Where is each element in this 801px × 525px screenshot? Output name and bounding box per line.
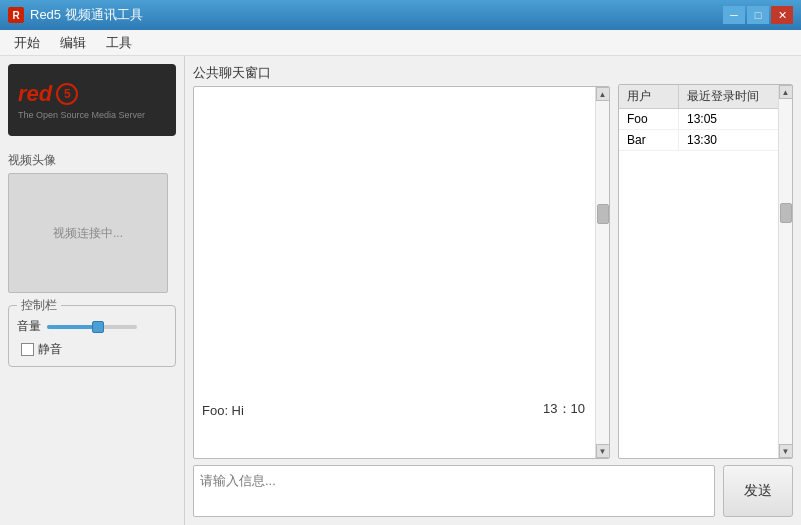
volume-slider-thumb[interactable] <box>92 321 104 333</box>
control-section: 控制栏 音量 静音 <box>8 305 176 367</box>
logo-subtitle: The Open Source Media Server <box>18 110 145 120</box>
volume-label: 音量 <box>17 318 41 335</box>
user-scroll-down[interactable]: ▼ <box>779 444 793 458</box>
chat-user-row: 公共聊天窗口 ▲ ▼ Foo: Hi 13：10 <box>193 64 793 459</box>
chat-content: Foo: Hi 13：10 <box>194 87 609 458</box>
app-title: Red5 视频通讯工具 <box>30 6 723 24</box>
video-section-label: 视频头像 <box>8 152 176 169</box>
user-list-box: 用户 最近登录时间 ▲ ▼ Foo 13:05 <box>618 84 793 459</box>
main-layout: red 5 The Open Source Media Server 视频头像 … <box>0 56 801 525</box>
title-bar: R Red5 视频通讯工具 ─ □ ✕ <box>0 0 801 30</box>
close-button[interactable]: ✕ <box>771 6 793 24</box>
video-box: 视频连接中... <box>8 173 168 293</box>
volume-slider-fill <box>47 325 97 329</box>
volume-row: 音量 <box>17 318 167 335</box>
user-list-section: 用户 最近登录时间 ▲ ▼ Foo 13:05 <box>618 64 793 459</box>
message-input[interactable] <box>193 465 715 517</box>
menu-item-edit[interactable]: 编辑 <box>50 31 96 55</box>
mute-row: 静音 <box>21 341 167 358</box>
send-button[interactable]: 发送 <box>723 465 793 517</box>
minimize-button[interactable]: ─ <box>723 6 745 24</box>
control-legend: 控制栏 <box>17 297 61 314</box>
mute-label: 静音 <box>38 341 62 358</box>
menu-bar: 开始 编辑 工具 <box>0 30 801 56</box>
user-scroll-up[interactable]: ▲ <box>779 85 793 99</box>
user-col-name-header: 用户 <box>619 85 679 108</box>
chat-label: 公共聊天窗口 <box>193 64 610 82</box>
left-panel: red 5 The Open Source Media Server 视频头像 … <box>0 56 185 525</box>
mute-checkbox[interactable] <box>21 343 34 356</box>
window-controls: ─ □ ✕ <box>723 6 793 24</box>
user-row: Bar 13:30 <box>619 130 792 151</box>
right-area: 公共聊天窗口 ▲ ▼ Foo: Hi 13：10 <box>185 56 801 525</box>
user-scroll-thumb[interactable] <box>780 203 792 223</box>
menu-item-tools[interactable]: 工具 <box>96 31 142 55</box>
chat-window: ▲ ▼ Foo: Hi 13：10 <box>193 86 610 459</box>
user-col-login-header: 最近登录时间 <box>679 85 792 108</box>
maximize-button[interactable]: □ <box>747 6 769 24</box>
volume-slider-track[interactable] <box>47 325 137 329</box>
user-scroll-thumb-area <box>780 99 792 444</box>
user-list-scrollbar: ▲ ▼ <box>778 85 792 458</box>
input-row: 发送 <box>193 465 793 517</box>
chat-section: 公共聊天窗口 ▲ ▼ Foo: Hi 13：10 <box>193 64 610 459</box>
video-placeholder: 视频连接中... <box>53 225 123 242</box>
user-name-cell: Foo <box>619 109 679 129</box>
user-login-cell: 13:05 <box>679 109 778 129</box>
menu-item-start[interactable]: 开始 <box>4 31 50 55</box>
logo: red 5 <box>18 81 78 107</box>
user-name-cell: Bar <box>619 130 679 150</box>
logo-red-text: red <box>18 81 52 107</box>
chat-message-time: 13：10 <box>543 400 585 418</box>
logo-area: red 5 The Open Source Media Server <box>8 64 176 136</box>
user-list-header: 用户 最近登录时间 <box>619 85 792 109</box>
logo-circle: 5 <box>56 83 78 105</box>
app-icon: R <box>8 7 24 23</box>
chat-message: Foo: Hi <box>202 403 244 418</box>
user-login-cell: 13:30 <box>679 130 778 150</box>
user-row: Foo 13:05 <box>619 109 792 130</box>
